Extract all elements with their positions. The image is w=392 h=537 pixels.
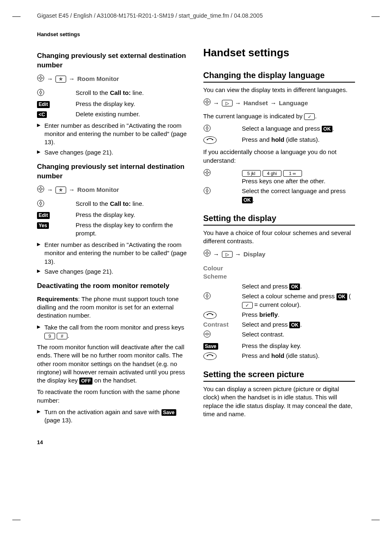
paragraph: You can display a screen picture (pictur… (203, 385, 355, 418)
nav-path-item: Room Monitor (77, 75, 119, 83)
star-box-icon: ★ (55, 76, 66, 82)
heading-int-dest: Changing previously set internal destina… (37, 162, 189, 181)
bullet-list: Turn on the activation again and save wi… (37, 408, 189, 425)
check-box-icon: ✓ (304, 113, 315, 120)
svg-point-9 (206, 101, 208, 103)
paragraph: You can view the display texts in differ… (203, 86, 355, 94)
hangup-icon (203, 353, 217, 360)
nav-wheel-icon (203, 187, 211, 196)
svg-point-15 (206, 171, 208, 173)
five-key: 5 jkl (242, 170, 261, 177)
heading-deactivate: Deactivating the room monitor remotely (37, 281, 189, 291)
arrow-icon: → (69, 186, 75, 194)
paragraph: Requirements: The phone must support tou… (37, 295, 189, 320)
nine-key: 9 (44, 333, 55, 339)
nav-path: → ▷ → Handset → Language (203, 98, 355, 108)
svg-rect-26 (207, 355, 208, 356)
edit-key: Edit (37, 212, 50, 219)
svg-point-1 (40, 77, 42, 79)
page-title: Handset settings (203, 46, 355, 60)
nav-path: → ★ → Room Monitor (37, 74, 189, 84)
edit-key: Edit (37, 101, 50, 108)
header-line: Gigaset E45 / English / A31008-M1751-R20… (29, 12, 363, 19)
bullet-list: Take the call from the room monitor and … (37, 323, 189, 340)
bullet-list: Enter number as described in "Activating… (37, 241, 189, 276)
crop-mark (371, 520, 380, 521)
hangup-icon (203, 311, 217, 319)
svg-point-21 (206, 295, 208, 297)
running-head: Handset settings (29, 31, 363, 37)
contrast-label: Contrast (203, 320, 242, 330)
nav-wheel-icon (203, 98, 211, 108)
nav-path-item: Display (244, 250, 265, 258)
nav-path-item: Language (279, 99, 308, 107)
nav-wheel-icon (203, 124, 211, 134)
menu-box-icon: ▷ (222, 251, 233, 258)
instruction-table: 5 jkl 4 ghi 1 ∞ Press keys one after the… (203, 168, 355, 205)
ok-key: OK (337, 293, 347, 300)
ok-key: OK (322, 126, 332, 132)
left-column: Changing previously set external destina… (37, 46, 189, 427)
nav-wheel-icon (203, 249, 211, 259)
right-column: Handset settings Changing the display la… (203, 46, 355, 427)
arrow-icon: → (213, 250, 219, 258)
hangup-icon (203, 136, 217, 144)
svg-point-3 (40, 92, 42, 94)
arrow-icon: → (235, 250, 241, 258)
one-key: 1 ∞ (283, 170, 302, 177)
arrow-icon: → (213, 99, 219, 107)
colour-scheme-label: Colour Scheme (203, 263, 242, 282)
heading-screen-picture: Setting the screen picture (203, 369, 355, 382)
crop-mark (12, 520, 21, 521)
yes-key: Yes (37, 222, 49, 229)
ok-key: OK (289, 283, 300, 290)
hash-key: # (57, 333, 67, 339)
arrow-icon: → (47, 186, 53, 194)
list-item: Save changes (page 21). (37, 148, 189, 157)
ok-key: OK (289, 322, 300, 328)
list-item: Turn on the activation again and save wi… (37, 408, 189, 425)
instruction-table: Colour Scheme Select and press OK. Selec… (203, 263, 355, 361)
nav-wheel-icon (37, 89, 44, 98)
list-item: Save changes (page 21). (37, 267, 189, 276)
svg-point-19 (206, 252, 208, 254)
svg-point-17 (206, 190, 208, 192)
save-key: Save (161, 409, 176, 416)
crop-mark (371, 16, 380, 17)
list-item: Enter number as described in "Activating… (37, 241, 189, 266)
nav-wheel-icon (203, 292, 211, 302)
instruction-table: Scroll to the Call to: line. Edit Press … (37, 88, 146, 119)
paragraph: If you accidentally choose a language yo… (203, 148, 355, 165)
off-key: OFF (79, 378, 92, 384)
instruction-table: Scroll to the Call to: line. Edit Press … (37, 199, 189, 238)
svg-rect-23 (212, 314, 213, 315)
columns: Changing previously set external destina… (29, 46, 363, 427)
bullet-list: Enter number as described in "Activating… (37, 122, 189, 157)
four-key: 4 ghi (263, 170, 281, 177)
nav-path: → ▷ → Display (203, 249, 355, 259)
check-box-icon: ✓ (242, 302, 253, 309)
page: Gigaset E45 / English / A31008-M1751-R20… (0, 0, 392, 537)
paragraph: You have a choice of four colour schemes… (203, 229, 355, 246)
heading-language: Changing the display language (203, 70, 355, 83)
nav-path-item: Handset (244, 99, 268, 107)
save-key: Save (203, 343, 218, 350)
nav-wheel-icon (37, 74, 44, 84)
arrow-icon: → (235, 99, 241, 107)
heading-display: Setting the display (203, 213, 355, 226)
star-box-icon: ★ (55, 187, 66, 193)
heading-ext-dest: Changing previously set external destina… (37, 51, 189, 70)
svg-point-25 (206, 333, 208, 335)
nav-path-item: Room Monitor (77, 186, 119, 194)
nav-wheel-icon (203, 330, 211, 340)
nav-wheel-icon (37, 185, 44, 195)
list-item: Take the call from the room monitor and … (37, 323, 189, 340)
instruction-table: Select a language and press OK. Press an… (203, 124, 337, 145)
nav-path: → ★ → Room Monitor (37, 185, 189, 195)
clear-key: <C (37, 111, 47, 118)
svg-rect-27 (212, 355, 213, 356)
menu-box-icon: ▷ (222, 100, 233, 106)
crop-mark (12, 16, 21, 17)
svg-rect-12 (207, 139, 208, 140)
nav-wheel-icon (203, 169, 211, 178)
